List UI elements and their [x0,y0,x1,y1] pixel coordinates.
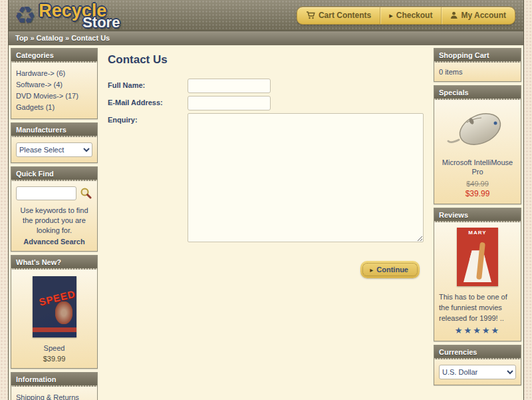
box-specials: Specials [434,85,521,204]
mary-poster-title: MARY [457,230,498,236]
speed-poster-title: SPEED [33,287,76,309]
continue-button[interactable]: ▸ Continue [360,261,420,278]
box-shopping-cart: Shopping Cart 0 items [434,48,521,82]
cart-items-count: 0 items [434,63,521,81]
person-icon [450,11,458,19]
box-manufacturers: Manufacturers Please Select [11,122,98,163]
manufacturers-header: Manufacturers [11,123,97,137]
product-link-intellimouse[interactable]: Microsoft IntelliMouse Pro [439,158,516,176]
intellimouse-product-image[interactable] [444,145,511,153]
advanced-search-link[interactable]: Advanced Search [16,238,92,246]
categories-list: Hardware-> (6) Software-> (4) DVD Movies… [11,63,97,118]
logo-text: Recycle Store [39,0,145,31]
shopping-cart-header: Shopping Cart [434,49,521,63]
currencies-header: Currencies [434,345,521,359]
search-icon [80,191,92,201]
sidebar-item-shipping-returns[interactable]: Shipping & Returns [16,392,92,400]
email-input[interactable] [188,96,271,110]
currency-select[interactable]: U.S. Dollar [439,365,516,379]
intellimouse-special-price: $39.99 [439,189,516,198]
review-stars: ★★★★★ [439,325,516,335]
my-account-label: My Account [461,11,506,20]
full-name-input[interactable] [188,79,271,93]
content-area: Categories Hardware-> (6) Software-> (4)… [9,45,523,400]
checkout-label: Checkout [396,11,433,20]
logo-line2: Store [82,14,120,31]
email-label: E-Mail Address: [108,96,188,106]
mary-poster-image[interactable]: MARY [457,228,498,286]
information-list: Shipping & Returns Privacy Notice Condit… [11,387,97,400]
speed-poster-image[interactable]: SPEED [33,276,76,337]
reviews-header: Reviews [434,208,521,222]
information-header: Information [11,373,97,387]
intellimouse-old-price: $49.99 [439,180,516,188]
full-name-label: Full Name: [108,79,188,89]
review-excerpt[interactable]: This has to be one of the funniest movie… [439,292,516,323]
manufacturers-select[interactable]: Please Select [16,142,92,157]
sidebar-item-software[interactable]: Software-> (4) [16,79,92,91]
continue-arrow-icon: ▸ [370,266,373,274]
sidebar-item-hardware[interactable]: Hardware-> (6) [16,68,92,79]
search-button[interactable] [79,187,92,200]
box-whats-new: What's New? SPEED Speed $39.99 [11,255,98,369]
speed-price: $39.99 [16,355,92,363]
store-logo[interactable]: ♻ Recycle Store [14,0,145,31]
sidebar-right: Shopping Cart 0 items Specials [434,48,521,385]
checkout-button[interactable]: ▸ Checkout [380,7,441,24]
cart-contents-button[interactable]: Cart Contents [297,7,380,24]
product-link-speed[interactable]: Speed [16,343,92,353]
sidebar-item-dvd-movies[interactable]: DVD Movies-> (17) [16,91,92,102]
page-background: { "colors": { "accent_gold": "#ddb647", … [0,0,532,400]
enquiry-textarea[interactable] [188,113,424,242]
checkout-arrow-icon: ▸ [389,11,393,20]
recycle-icon: ♻ [14,3,36,28]
my-account-button[interactable]: My Account [441,7,515,24]
quick-find-header: Quick Find [11,167,97,181]
box-information: Information Shipping & Returns Privacy N… [11,372,98,400]
sidebar-left: Categories Hardware-> (6) Software-> (4)… [11,48,98,400]
main-content: Contact Us Full Name: E-Mail Address: En… [101,48,430,278]
continue-label: Continue [376,266,408,274]
breadcrumb[interactable]: Top » Catalog » Contact Us [9,31,523,45]
cart-contents-label: Cart Contents [319,11,371,20]
page-title: Contact Us [108,53,425,67]
specials-header: Specials [434,86,521,100]
box-currencies: Currencies U.S. Dollar [434,345,521,385]
site-container: ♻ Recycle Store Cart Contents ▸ Checkout [8,0,524,400]
cart-icon [306,11,315,19]
header-nav: Cart Contents ▸ Checkout My Account [297,7,515,25]
categories-header: Categories [11,49,97,63]
box-reviews: Reviews MARY This has to be one of the f… [434,208,521,341]
sidebar-item-gadgets[interactable]: Gadgets (1) [16,102,92,113]
box-categories: Categories Hardware-> (6) Software-> (4)… [11,48,98,119]
site-header: ♻ Recycle Store Cart Contents ▸ Checkout [9,0,523,31]
enquiry-label: Enquiry: [108,113,188,124]
quick-find-help-text: Use keywords to find the product you are… [16,206,92,236]
whats-new-header: What's New? [11,256,97,270]
box-quick-find: Quick Find Use keywords to find the prod… [11,166,98,252]
search-input[interactable] [16,186,76,200]
